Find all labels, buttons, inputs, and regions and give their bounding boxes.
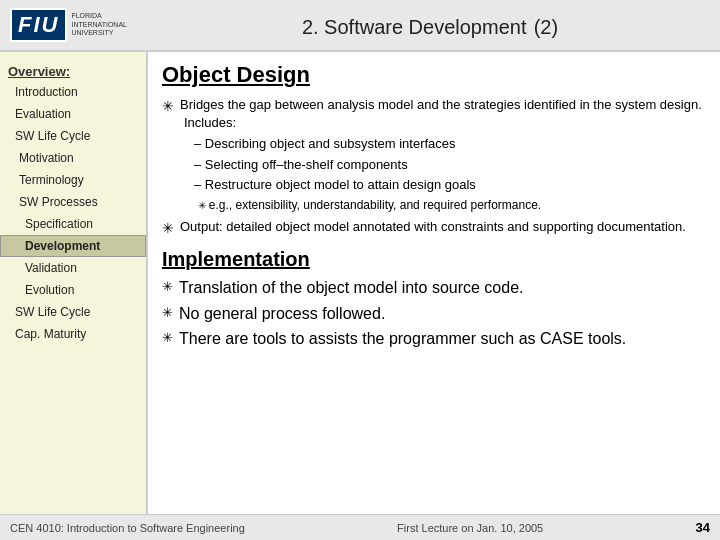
includes-label: Includes: xyxy=(184,115,236,130)
bullet-2-text: Output: detailed object model annotated … xyxy=(180,218,686,236)
sidebar-item-evaluation[interactable]: Evaluation xyxy=(0,103,146,125)
sidebar-item-motivation[interactable]: Motivation xyxy=(0,147,146,169)
fiu-logo: FIU xyxy=(10,8,67,42)
sidebar-overview-label: Overview: xyxy=(0,60,146,81)
content-area: Object Design ✳ Bridges the gap between … xyxy=(148,52,720,540)
impl-bullet-1: ✳ xyxy=(162,278,173,296)
impl-item-1: ✳ Translation of the object model into s… xyxy=(162,277,706,299)
impl-bullet-2: ✳ xyxy=(162,304,173,322)
bullet-2: ✳ Output: detailed object model annotate… xyxy=(162,218,706,239)
sidebar-item-validation[interactable]: Validation xyxy=(0,257,146,279)
sub-bullet-list: Describing object and subsystem interfac… xyxy=(194,135,702,194)
sub-sub-item: e.g., extensibility, understandability, … xyxy=(198,197,702,214)
university-name: FLORIDA INTERNATIONALUNIVERSITY xyxy=(71,12,150,37)
bullet-1: ✳ Bridges the gap between analysis model… xyxy=(162,96,706,214)
impl-bullet-3: ✳ xyxy=(162,329,173,347)
sidebar-item-development[interactable]: Development xyxy=(0,235,146,257)
sidebar-item-sw-life-cycle[interactable]: SW Life Cycle xyxy=(0,125,146,147)
page-title: 2. Software Development (2) xyxy=(150,10,710,41)
sidebar-item-introduction[interactable]: Introduction xyxy=(0,81,146,103)
impl-text-2: No general process followed. xyxy=(179,303,385,325)
impl-item-3: ✳ There are tools to assists the program… xyxy=(162,328,706,350)
bullet-1-text: Bridges the gap between analysis model a… xyxy=(180,96,702,214)
impl-text-3: There are tools to assists the programme… xyxy=(179,328,626,350)
footer-course: CEN 4010: Introduction to Software Engin… xyxy=(10,522,245,534)
bullet-symbol-2: ✳ xyxy=(162,219,174,239)
sidebar-item-cap-maturity[interactable]: Cap. Maturity xyxy=(0,323,146,345)
title-main: 2. Software Development xyxy=(302,16,527,38)
sidebar-item-evolution[interactable]: Evolution xyxy=(0,279,146,301)
sub-item-3: Restructure object model to attain desig… xyxy=(194,176,702,194)
sidebar-item-specification[interactable]: Specification xyxy=(0,213,146,235)
bullet-1-main: Bridges the gap between analysis model a… xyxy=(180,97,702,112)
object-design-bullets: ✳ Bridges the gap between analysis model… xyxy=(162,96,706,238)
impl-item-2: ✳ No general process followed. xyxy=(162,303,706,325)
implementation-title: Implementation xyxy=(162,248,706,271)
title-suffix: (2) xyxy=(534,16,558,38)
sidebar-item-sw-life-cycle-2[interactable]: SW Life Cycle xyxy=(0,301,146,323)
footer-page: 34 xyxy=(696,520,710,535)
impl-text-1: Translation of the object model into sou… xyxy=(179,277,524,299)
logo-area: FIU FLORIDA INTERNATIONALUNIVERSITY xyxy=(10,8,150,42)
sub-item-1: Describing object and subsystem interfac… xyxy=(194,135,702,153)
sidebar-item-sw-processes[interactable]: SW Processes xyxy=(0,191,146,213)
sidebar-item-terminology[interactable]: Terminology xyxy=(0,169,146,191)
object-design-title: Object Design xyxy=(162,62,706,88)
sidebar: Overview: Introduction Evaluation SW Lif… xyxy=(0,52,148,540)
header: FIU FLORIDA INTERNATIONALUNIVERSITY 2. S… xyxy=(0,0,720,52)
footer: CEN 4010: Introduction to Software Engin… xyxy=(0,514,720,540)
main-layout: Overview: Introduction Evaluation SW Lif… xyxy=(0,52,720,540)
bullet-symbol-1: ✳ xyxy=(162,97,174,117)
sub-item-2: Selecting off–the-shelf components xyxy=(194,156,702,174)
footer-date: First Lecture on Jan. 10, 2005 xyxy=(397,522,543,534)
